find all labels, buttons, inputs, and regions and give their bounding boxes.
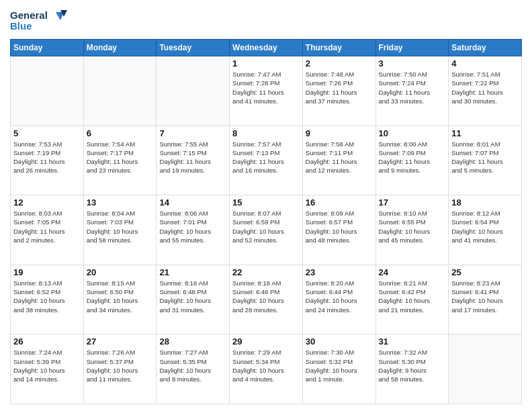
calendar-cell: 19Sunrise: 8:13 AMSunset: 6:52 PMDayligh… — [11, 265, 84, 334]
calendar-cell: 12Sunrise: 8:03 AMSunset: 7:05 PMDayligh… — [11, 195, 84, 265]
day-info: Sunrise: 8:10 AMSunset: 6:55 PMDaylight:… — [379, 209, 446, 244]
calendar-cell: 21Sunrise: 8:16 AMSunset: 6:48 PMDayligh… — [157, 265, 230, 334]
calendar-week-row: 19Sunrise: 8:13 AMSunset: 6:52 PMDayligh… — [11, 265, 522, 334]
day-info: Sunrise: 7:24 AMSunset: 5:39 PMDaylight:… — [13, 348, 81, 383]
calendar-cell — [157, 56, 230, 126]
calendar-header-row: SundayMondayTuesdayWednesdayThursdayFrid… — [11, 40, 522, 56]
day-number: 16 — [306, 197, 373, 208]
calendar-header-sunday: Sunday — [11, 40, 84, 56]
calendar-cell: 6Sunrise: 7:54 AMSunset: 7:17 PMDaylight… — [83, 126, 157, 195]
day-info: Sunrise: 7:32 AMSunset: 5:30 PMDaylight:… — [379, 348, 446, 383]
day-number: 15 — [232, 197, 300, 208]
day-number: 7 — [159, 128, 226, 138]
day-number: 9 — [306, 128, 373, 138]
calendar-cell: 31Sunrise: 7:32 AMSunset: 5:30 PMDayligh… — [375, 334, 449, 404]
day-info: Sunrise: 8:16 AMSunset: 6:48 PMDaylight:… — [159, 279, 226, 314]
calendar-week-row: 26Sunrise: 7:24 AMSunset: 5:39 PMDayligh… — [11, 334, 522, 404]
day-number: 8 — [232, 128, 300, 138]
calendar-cell: 22Sunrise: 8:18 AMSunset: 6:46 PMDayligh… — [230, 265, 303, 334]
day-number: 3 — [379, 58, 446, 68]
calendar-cell — [11, 56, 84, 126]
day-info: Sunrise: 8:21 AMSunset: 6:42 PMDaylight:… — [379, 279, 446, 314]
calendar-week-row: 5Sunrise: 7:53 AMSunset: 7:19 PMDaylight… — [11, 126, 522, 195]
calendar-cell: 27Sunrise: 7:26 AMSunset: 5:37 PMDayligh… — [83, 334, 157, 404]
calendar-header-friday: Friday — [375, 40, 449, 56]
calendar-cell: 14Sunrise: 8:06 AMSunset: 7:01 PMDayligh… — [157, 195, 230, 265]
calendar-cell: 1Sunrise: 7:47 AMSunset: 7:28 PMDaylight… — [230, 56, 303, 126]
day-number: 26 — [13, 336, 81, 347]
day-number: 12 — [13, 197, 81, 208]
day-info: Sunrise: 7:29 AMSunset: 5:34 PMDaylight:… — [232, 348, 300, 383]
day-info: Sunrise: 7:51 AMSunset: 7:22 PMDaylight:… — [451, 70, 519, 105]
day-info: Sunrise: 7:48 AMSunset: 7:26 PMDaylight:… — [306, 70, 373, 105]
calendar-cell: 20Sunrise: 8:15 AMSunset: 6:50 PMDayligh… — [83, 265, 157, 334]
calendar-header-tuesday: Tuesday — [157, 40, 230, 56]
day-number: 31 — [379, 336, 446, 347]
day-info: Sunrise: 7:55 AMSunset: 7:15 PMDaylight:… — [159, 140, 226, 175]
calendar-cell: 13Sunrise: 8:04 AMSunset: 7:03 PMDayligh… — [83, 195, 157, 265]
day-number: 24 — [379, 267, 446, 277]
calendar-cell: 28Sunrise: 7:27 AMSunset: 5:35 PMDayligh… — [157, 334, 230, 404]
calendar-cell: 26Sunrise: 7:24 AMSunset: 5:39 PMDayligh… — [11, 334, 84, 404]
calendar-cell: 23Sunrise: 8:20 AMSunset: 6:44 PMDayligh… — [302, 265, 375, 334]
day-info: Sunrise: 7:58 AMSunset: 7:11 PMDaylight:… — [306, 140, 373, 175]
page: General Blue SundayMondayTuesdayWednesda… — [0, 0, 532, 411]
day-number: 4 — [451, 58, 519, 68]
calendar-cell: 3Sunrise: 7:50 AMSunset: 7:24 PMDaylight… — [375, 56, 449, 126]
day-info: Sunrise: 8:04 AMSunset: 7:03 PMDaylight:… — [87, 209, 154, 244]
calendar-cell: 25Sunrise: 8:23 AMSunset: 6:41 PMDayligh… — [449, 265, 522, 334]
calendar-cell: 16Sunrise: 8:09 AMSunset: 6:57 PMDayligh… — [302, 195, 375, 265]
calendar-header-monday: Monday — [83, 40, 157, 56]
day-number: 2 — [306, 58, 373, 68]
day-info: Sunrise: 7:54 AMSunset: 7:17 PMDaylight:… — [87, 140, 154, 175]
day-info: Sunrise: 8:00 AMSunset: 7:09 PMDaylight:… — [379, 140, 446, 175]
day-number: 10 — [379, 128, 446, 138]
day-number: 27 — [87, 336, 154, 347]
day-info: Sunrise: 8:07 AMSunset: 6:59 PMDaylight:… — [232, 209, 300, 244]
calendar-cell: 10Sunrise: 8:00 AMSunset: 7:09 PMDayligh… — [375, 126, 449, 195]
day-info: Sunrise: 8:09 AMSunset: 6:57 PMDaylight:… — [306, 209, 373, 244]
day-info: Sunrise: 7:53 AMSunset: 7:19 PMDaylight:… — [13, 140, 81, 175]
calendar-cell: 7Sunrise: 7:55 AMSunset: 7:15 PMDaylight… — [157, 126, 230, 195]
day-number: 17 — [379, 197, 446, 208]
svg-text:Blue: Blue — [10, 20, 32, 32]
day-info: Sunrise: 8:03 AMSunset: 7:05 PMDaylight:… — [13, 209, 81, 244]
day-number: 5 — [13, 128, 81, 138]
day-info: Sunrise: 7:50 AMSunset: 7:24 PMDaylight:… — [379, 70, 446, 105]
day-number: 1 — [232, 58, 300, 68]
calendar-header-thursday: Thursday — [302, 40, 375, 56]
logo-icon: General Blue — [10, 7, 71, 34]
calendar-header-saturday: Saturday — [449, 40, 522, 56]
day-number: 30 — [306, 336, 373, 347]
day-info: Sunrise: 8:23 AMSunset: 6:41 PMDaylight:… — [451, 279, 519, 314]
calendar-cell: 15Sunrise: 8:07 AMSunset: 6:59 PMDayligh… — [230, 195, 303, 265]
day-info: Sunrise: 8:06 AMSunset: 7:01 PMDaylight:… — [159, 209, 226, 244]
day-info: Sunrise: 7:57 AMSunset: 7:13 PMDaylight:… — [232, 140, 300, 175]
calendar-cell: 4Sunrise: 7:51 AMSunset: 7:22 PMDaylight… — [449, 56, 522, 126]
calendar-cell: 8Sunrise: 7:57 AMSunset: 7:13 PMDaylight… — [230, 126, 303, 195]
day-info: Sunrise: 7:30 AMSunset: 5:32 PMDaylight:… — [306, 348, 373, 383]
day-info: Sunrise: 8:12 AMSunset: 6:54 PMDaylight:… — [451, 209, 519, 244]
calendar-week-row: 12Sunrise: 8:03 AMSunset: 7:05 PMDayligh… — [11, 195, 522, 265]
day-number: 29 — [232, 336, 300, 347]
day-info: Sunrise: 8:20 AMSunset: 6:44 PMDaylight:… — [306, 279, 373, 314]
calendar-week-row: 1Sunrise: 7:47 AMSunset: 7:28 PMDaylight… — [11, 56, 522, 126]
day-info: Sunrise: 7:27 AMSunset: 5:35 PMDaylight:… — [159, 348, 226, 383]
calendar-cell — [83, 56, 157, 126]
day-number: 19 — [13, 267, 81, 277]
day-info: Sunrise: 8:18 AMSunset: 6:46 PMDaylight:… — [232, 279, 300, 314]
calendar-cell: 11Sunrise: 8:01 AMSunset: 7:07 PMDayligh… — [449, 126, 522, 195]
day-number: 14 — [159, 197, 226, 208]
day-number: 20 — [87, 267, 154, 277]
day-number: 21 — [159, 267, 226, 277]
day-number: 23 — [306, 267, 373, 277]
calendar-cell: 30Sunrise: 7:30 AMSunset: 5:32 PMDayligh… — [302, 334, 375, 404]
day-number: 13 — [87, 197, 154, 208]
calendar-table: SundayMondayTuesdayWednesdayThursdayFrid… — [10, 39, 522, 404]
day-info: Sunrise: 7:26 AMSunset: 5:37 PMDaylight:… — [87, 348, 154, 383]
day-info: Sunrise: 7:47 AMSunset: 7:28 PMDaylight:… — [232, 70, 300, 105]
day-number: 28 — [159, 336, 226, 347]
day-info: Sunrise: 8:13 AMSunset: 6:52 PMDaylight:… — [13, 279, 81, 314]
day-number: 6 — [87, 128, 154, 138]
calendar-cell: 9Sunrise: 7:58 AMSunset: 7:11 PMDaylight… — [302, 126, 375, 195]
